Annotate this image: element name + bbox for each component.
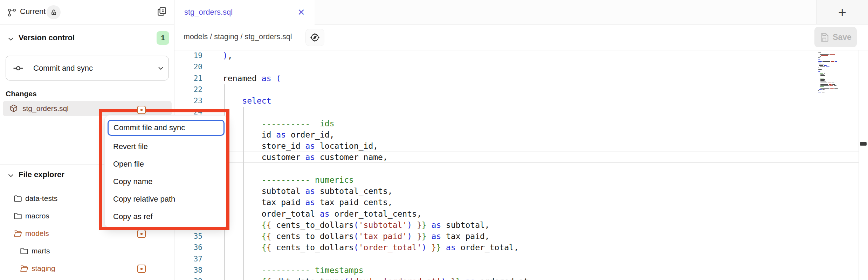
code-line-35: {{ cents_to_dollars('tax_paid') }} as ta…	[223, 231, 490, 242]
minimap-line	[818, 92, 821, 92]
new-tab-plus-icon[interactable]: +	[838, 5, 846, 19]
minimap[interactable]	[818, 52, 844, 95]
modified-indicator-icon	[137, 230, 146, 238]
tree-item-staging[interactable]: staging	[0, 260, 174, 277]
minimap-line	[820, 54, 829, 55]
lineage-chip[interactable]	[305, 29, 324, 46]
branch-name[interactable]: Current	[20, 7, 46, 16]
minimap-line	[822, 92, 825, 92]
line-number: 21	[174, 73, 202, 84]
commit-options-chevron-icon[interactable]	[157, 64, 165, 72]
minimap-line	[818, 71, 820, 72]
code-line-21: renamed as (	[223, 73, 281, 84]
minimap-line	[820, 82, 826, 82]
tree-item-label: models	[25, 229, 49, 238]
code-line-31: subtotal as subtotal_cents,	[223, 186, 393, 197]
file-explorer-title[interactable]: File explorer	[19, 170, 64, 179]
minimap-line	[820, 79, 825, 80]
code-line-38: ---------- timestamps	[223, 265, 364, 276]
line-number: 20	[174, 61, 202, 72]
minimap-line	[819, 65, 823, 66]
changes-count-badge: 1	[157, 31, 169, 45]
minimap-line	[830, 88, 834, 89]
minimap-line	[818, 68, 819, 68]
folder-open-icon	[13, 229, 22, 238]
changed-file-name: stg_orders.sql	[22, 104, 69, 113]
minimap-line	[820, 84, 828, 85]
commit-and-sync-label: Commit and sync	[33, 64, 93, 73]
git-commit-icon	[12, 62, 24, 74]
annotation-highlight-rectangle	[99, 109, 229, 230]
minimap-line	[818, 57, 820, 58]
minimap-line	[829, 84, 832, 85]
minimap-line	[835, 61, 837, 62]
tree-item-label: staging	[32, 264, 55, 273]
chevron-down-icon[interactable]	[7, 35, 15, 43]
minimap-line	[822, 89, 825, 90]
tree-item-label: data-tests	[25, 194, 57, 203]
line-number: 38	[174, 265, 202, 276]
line-number: 37	[174, 253, 202, 265]
minimap-line	[826, 66, 829, 67]
model-cube-icon	[9, 104, 18, 113]
minimap-line	[818, 61, 822, 62]
code-line-25: ---------- ids	[223, 118, 335, 129]
minimap-line	[820, 83, 827, 83]
line-number: 39	[174, 276, 202, 280]
code-line-28: customer as customer_name,	[223, 152, 388, 163]
minimap-line	[818, 69, 822, 70]
minimap-line	[821, 55, 828, 56]
code-line-26: id as order_id,	[223, 129, 335, 140]
commit-and-sync-button[interactable]: Commit and sync	[6, 56, 169, 80]
line-number: 22	[174, 84, 202, 95]
line-number: 23	[174, 95, 202, 106]
breadcrumb: models / staging / stg_orders.sql	[184, 33, 292, 41]
minimap-line	[818, 90, 819, 91]
chevron-down-icon[interactable]	[7, 172, 15, 179]
minimap-line	[829, 54, 835, 55]
minimap-line	[819, 64, 824, 64]
minimap-line	[824, 65, 827, 66]
minimap-line	[820, 66, 825, 67]
tree-item-label: macros	[25, 212, 49, 220]
editor-header: models / staging / stg_orders.sql Save	[174, 24, 868, 50]
tab-label: stg_orders.sql	[184, 8, 233, 17]
minimap-line	[820, 73, 823, 74]
code-line-27: store_id as location_id,	[223, 140, 378, 152]
divider	[0, 24, 174, 25]
save-label: Save	[833, 33, 852, 42]
compass-icon	[309, 32, 321, 43]
version-control-title[interactable]: Version control	[19, 33, 75, 42]
line-number: 19	[174, 50, 202, 61]
folder-open-icon	[20, 264, 29, 273]
close-tab-icon[interactable]: ✕	[295, 6, 308, 19]
minimap-line	[834, 88, 838, 89]
code-line-19: ),	[223, 50, 233, 61]
code-line-32: tax_paid as tax_paid_cents,	[223, 197, 393, 208]
minimap-line	[824, 73, 825, 74]
code-editor[interactable]: 1920212223242526272829303132333435363738…	[174, 50, 868, 280]
minimap-line	[820, 85, 829, 86]
modified-indicator-icon	[137, 265, 146, 273]
code-line-34: {{ cents_to_dollars('subtotal') }} as su…	[223, 219, 490, 231]
tab-stg-orders[interactable]: stg_orders.sql	[174, 0, 315, 24]
copy-branch-icon[interactable]	[156, 6, 167, 17]
minimap-line	[820, 86, 824, 87]
minimap-line	[818, 63, 821, 63]
tree-item-label: marts	[32, 247, 50, 255]
branch-readonly-chip	[47, 5, 61, 19]
scrollbar-thumb[interactable]	[860, 142, 867, 146]
minimap-line	[820, 78, 824, 78]
code-line-36: {{ cents_to_dollars('order_total') }} as…	[223, 242, 519, 253]
minimap-line	[832, 84, 835, 85]
minimap-line	[818, 59, 820, 59]
tab-bar	[315, 0, 816, 24]
minimap-line	[818, 52, 821, 53]
minimap-line	[820, 75, 825, 76]
minimap-line	[820, 88, 829, 89]
minimap-line	[820, 56, 821, 57]
minimap-line	[820, 74, 824, 75]
save-button[interactable]: Save	[814, 27, 857, 47]
tree-item-marts[interactable]: marts	[0, 242, 174, 260]
folder-icon	[20, 246, 29, 255]
